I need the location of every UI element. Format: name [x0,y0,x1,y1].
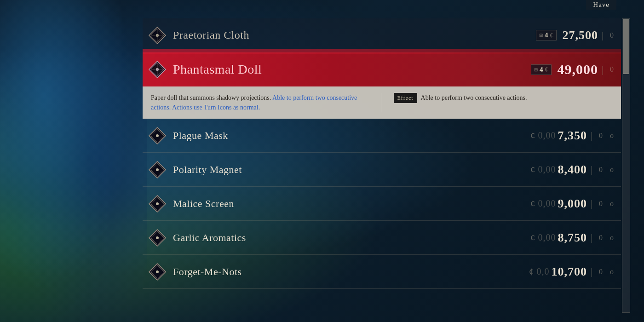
item-name-polarity-magnet: Polarity Magnet [173,164,530,176]
price-divider: | [591,164,592,175]
svg-point-15 [156,168,159,171]
buy-quantity-phantasmal: ⊞ 4 ₵ [531,64,552,75]
effect-text: Able to perform two consecutive actions. [421,93,527,103]
item-icon-praetorian-cloth [147,25,167,46]
item-icon-forget-me-nots [147,262,167,282]
have-count-extra: o [607,166,616,174]
currency-icon: ₵ [530,165,535,174]
qty-value: 4 [540,66,543,74]
background-art [0,0,147,322]
item-icon-garlic-aromatics [147,228,167,248]
description-divider [382,93,382,112]
price-value-forget-me-nots: 10,700 [551,265,587,279]
phantasmal-header: Phantasmal Doll ⊞ 4 ₵ 49,000 | 0 [143,52,621,86]
item-icon-malice-screen [147,194,167,214]
item-name-phantasmal-doll: Phantasmal Doll [173,62,531,77]
price-divider: | [591,232,592,243]
have-count-plague-mask: 0 [596,132,605,140]
price-divider: | [602,64,604,75]
item-name-plague-mask: Plague Mask [173,130,530,142]
item-row-forget-me-nots[interactable]: Forget-Me-Nots ₵ 0,0 10,700 | 0 o [143,255,621,289]
have-column-header: Have [586,0,616,10]
currency-icon: ₵ [530,233,535,242]
currency-icon: ₵ [530,199,535,208]
item-row[interactable]: Praetorian Cloth ⊞ 4 ₵ 27,500 | 0 [143,18,621,52]
price-divider: | [602,30,604,40]
qty-box: ⊞ 4 ₵ [536,30,557,40]
item-row-polarity-magnet[interactable]: Polarity Magnet ₵ 0,00 8,400 | 0 o [143,153,621,187]
add-icon: ⊞ [534,67,538,72]
price-faded-malice-screen: 0,00 [538,198,556,209]
item-description-panel: Paper doll that summons shadowy projecti… [143,86,621,119]
item-icon-phantasmal-doll [147,59,167,80]
item-name-forget-me-nots: Forget-Me-Nots [173,266,529,278]
have-count-malice-screen: 0 [596,200,605,208]
item-row-plague-mask[interactable]: Plague Mask ₵ 0,00 7,350 | 0 o [143,119,621,153]
price-area-malice-screen: ₵ 0,00 9,000 | 0 o [530,197,616,211]
description-effect: Effect Able to perform two consecutive a… [394,93,613,112]
price-area-polarity-magnet: ₵ 0,00 8,400 | 0 o [530,163,616,177]
price-faded-polarity-magnet: 0,00 [538,164,556,175]
have-count-phantasmal: 0 [607,65,616,74]
item-shop-panel: Praetorian Cloth ⊞ 4 ₵ 27,500 | 0 [143,9,630,313]
item-row-malice-screen[interactable]: Malice Screen ₵ 0,00 9,000 | 0 o [143,187,621,221]
have-count-extra: o [607,234,616,242]
description-text-left: Paper doll that summons shadowy projecti… [151,93,370,112]
currency-small: ₵ [550,32,553,39]
buy-quantity-praetorian: ⊞ 4 ₵ [536,30,557,40]
have-count-polarity-magnet: 0 [596,166,605,174]
item-list: Praetorian Cloth ⊞ 4 ₵ 27,500 | 0 [143,18,621,289]
have-count-extra: o [607,132,616,140]
add-icon: ⊞ [539,33,543,38]
item-name-garlic-aromatics: Garlic Aromatics [173,232,530,244]
item-icon-plague-mask [147,126,167,146]
currency-icon: ₵ [529,267,534,276]
price-faded-forget-me-nots: 0,0 [536,266,549,277]
svg-point-21 [156,236,159,239]
price-value-plague-mask: 7,350 [558,129,587,143]
price-area-praetorian: 27,500 | 0 [562,29,616,42]
qty-value: 4 [545,31,548,39]
price-value-polarity-magnet: 8,400 [558,163,587,177]
price-value-malice-screen: 9,000 [558,197,587,211]
qty-box: ⊞ 4 ₵ [531,64,552,75]
svg-point-12 [156,134,159,137]
price-area-garlic-aromatics: ₵ 0,00 8,750 | 0 o [530,231,616,245]
price-faded-plague-mask: 0,00 [538,130,556,141]
price-value-phantasmal: 49,000 [557,62,598,77]
price-area-phantasmal: 49,000 | 0 [557,62,616,77]
svg-point-24 [156,270,159,273]
price-value-praetorian: 27,500 [562,29,598,42]
currency-small: ₵ [545,66,548,73]
have-count-praetorian: 0 [607,31,616,40]
price-area-plague-mask: ₵ 0,00 7,350 | 0 o [530,129,616,143]
currency-icon: ₵ [530,131,535,140]
have-count-extra: o [607,268,616,276]
have-count-forget-me-nots: 0 [596,268,605,276]
have-count-garlic-aromatics: 0 [596,234,605,242]
price-divider: | [591,266,592,277]
item-name-malice-screen: Malice Screen [173,198,530,210]
item-row-garlic-aromatics[interactable]: Garlic Aromatics ₵ 0,00 8,750 | 0 o [143,221,621,255]
description-body: Paper doll that summons shadowy projecti… [151,94,271,101]
item-name-praetorian-cloth: Praetorian Cloth [173,29,536,41]
price-divider: | [591,130,592,141]
price-area-forget-me-nots: ₵ 0,0 10,700 | 0 o [529,265,616,279]
effect-badge: Effect [394,93,417,103]
price-divider: | [591,198,592,209]
price-value-garlic-aromatics: 8,750 [558,231,587,245]
item-row-phantasmal-doll[interactable]: Phantasmal Doll ⊞ 4 ₵ 49,000 | 0 Pap [143,52,621,119]
price-faded-garlic-aromatics: 0,00 [538,232,556,243]
have-count-extra: o [607,200,616,208]
svg-point-18 [156,202,159,205]
item-icon-polarity-magnet [147,160,167,180]
